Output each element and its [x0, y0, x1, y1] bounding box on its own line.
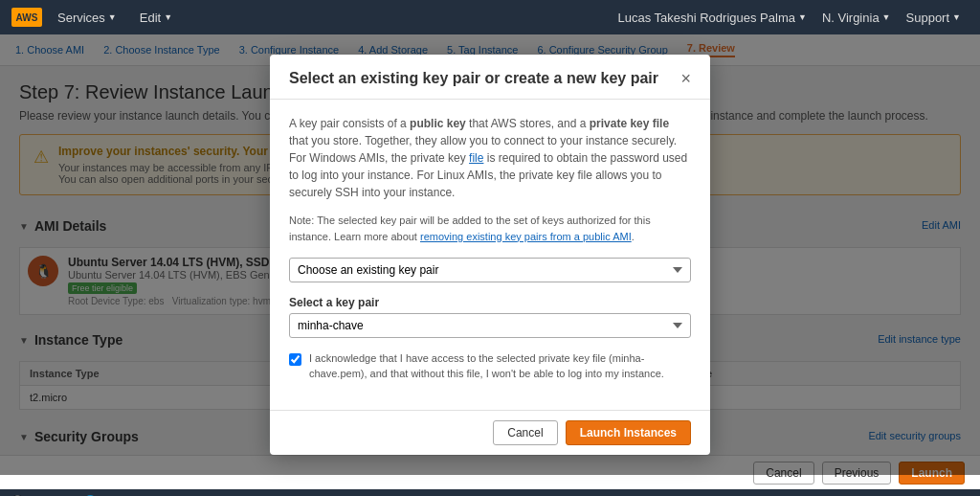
modal-cancel-button[interactable]: Cancel	[493, 420, 557, 445]
top-nav-right: Lucas Takeshi Rodrigues Palma ▼ N. Virgi…	[610, 0, 969, 34]
top-navigation: AWS Services ▼ Edit ▼ Lucas Takeshi Rodr…	[0, 0, 980, 34]
modal-title: Select an existing key pair or create a …	[289, 70, 658, 87]
modal-note: Note: The selected key pair will be adde…	[289, 213, 691, 244]
removing-key-pairs-link[interactable]: removing existing key pairs from a publi…	[420, 231, 632, 242]
select-keypair-label: Select a key pair	[289, 296, 691, 309]
user-menu[interactable]: Lucas Takeshi Rodrigues Palma ▼	[610, 0, 813, 34]
keypair-type-select[interactable]: Choose an existing key pair Create a new…	[289, 258, 691, 282]
modal-header: Select an existing key pair or create a …	[270, 55, 710, 100]
chevron-down-icon: ▼	[108, 12, 117, 22]
acknowledge-label: I acknowledge that I have access to the …	[309, 351, 691, 381]
support-menu[interactable]: Support ▼	[899, 0, 969, 34]
region-menu[interactable]: N. Virginia ▼	[814, 0, 899, 34]
services-menu[interactable]: Services ▼	[50, 0, 124, 34]
select-keypair-group: Select a key pair minha-chave	[289, 296, 691, 338]
acknowledge-checkbox[interactable]	[289, 353, 301, 366]
keypair-type-group: Choose an existing key pair Create a new…	[289, 258, 691, 282]
aws-logo: AWS	[11, 8, 42, 27]
chevron-down-icon: ▼	[164, 12, 172, 22]
footer: 💬 Feedback 🌐 English © 2008 - 2015, Amaz…	[0, 489, 980, 496]
modal-body: A key pair consists of a public key that…	[270, 100, 710, 410]
modal-description: A key pair consists of a public key that…	[289, 115, 691, 201]
file-link[interactable]: file	[469, 151, 483, 165]
modal-close-button[interactable]: ×	[680, 70, 691, 87]
modal-launch-button[interactable]: Launch Instances	[566, 420, 691, 445]
chevron-down-icon: ▼	[882, 12, 891, 22]
keypair-select[interactable]: minha-chave	[289, 313, 691, 338]
chevron-down-icon: ▼	[952, 12, 961, 22]
edit-menu[interactable]: Edit ▼	[132, 0, 180, 34]
key-pair-modal: Select an existing key pair or create a …	[270, 55, 710, 455]
top-nav-left: AWS Services ▼ Edit ▼	[11, 0, 180, 34]
modal-overlay: Select an existing key pair or create a …	[0, 34, 980, 475]
chevron-down-icon: ▼	[798, 12, 807, 22]
acknowledge-row: I acknowledge that I have access to the …	[289, 351, 691, 381]
modal-footer: Cancel Launch Instances	[270, 410, 710, 455]
